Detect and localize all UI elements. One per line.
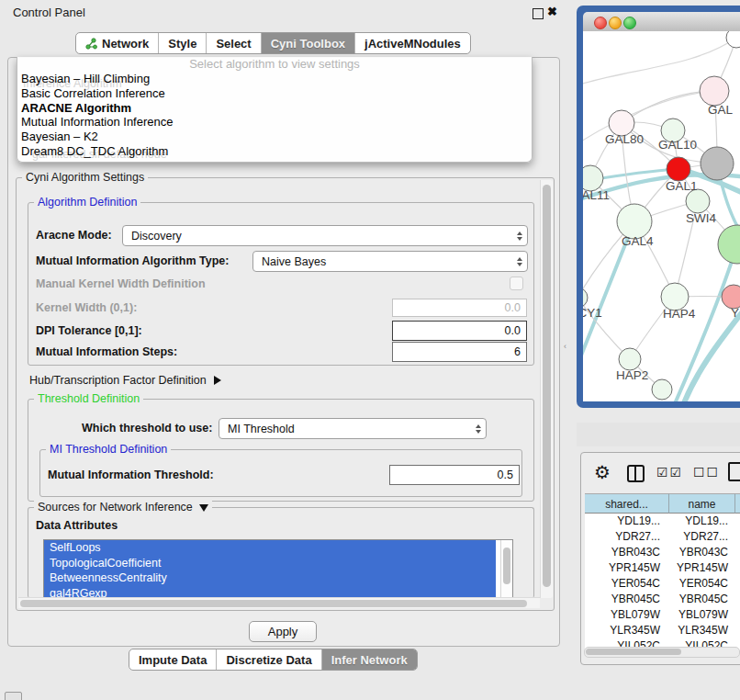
close-traffic-light-icon[interactable] (594, 17, 607, 29)
scrollbar-thumb[interactable] (20, 600, 527, 607)
splitter-handle[interactable]: ‹ (564, 342, 566, 351)
network-node[interactable] (726, 31, 740, 48)
settings-vertical-scrollbar[interactable] (540, 180, 553, 598)
algorithm-option[interactable]: ARACNE Algorithm (17, 101, 532, 116)
minimized-panel-button[interactable] (5, 692, 22, 700)
table-cell: YDL19... (669, 514, 735, 529)
tab-network[interactable]: Network (76, 33, 159, 53)
tab-select[interactable]: Select (207, 33, 261, 53)
table-cell: 9. (735, 623, 740, 638)
mi-type-value: Naive Bayes (262, 255, 326, 268)
scrollbar-thumb[interactable] (543, 185, 551, 587)
deselect-all-icon[interactable]: ☐☐ (693, 465, 720, 480)
threshold-definition-group: Threshold Definition Which threshold to … (28, 399, 534, 502)
scrollbar-thumb[interactable] (503, 548, 510, 584)
mi-threshold-field[interactable]: 0.5 (389, 465, 520, 485)
network-node-label: GAL (708, 103, 734, 117)
table-row[interactable]: YER054CYER054C8. (585, 576, 740, 592)
table-row[interactable]: YDR27...YDR27...12 (585, 529, 740, 545)
data-attribute-item[interactable]: SelfLoops (44, 540, 496, 556)
network-graph[interactable]: GALGAL80GAL10GAL1GAL11SWI4GAL4GCY1HAP4YH… (583, 31, 740, 401)
algorithm-option[interactable]: Mutual Information Inference (17, 115, 532, 130)
table-row[interactable]: YBL079WYBL079W (585, 607, 740, 623)
minimize-traffic-light-icon[interactable] (609, 17, 622, 29)
algorithm-option[interactable]: Bayesian – Hill Climbing (17, 72, 532, 86)
sources-group-title: Sources for Network Inference (34, 501, 212, 514)
network-node-hap2[interactable] (619, 348, 641, 370)
table-row[interactable]: YLR345WYLR345W9. (585, 623, 740, 638)
tab-style[interactable]: Style (159, 33, 207, 53)
network-node-gcy1[interactable] (583, 288, 588, 308)
network-node[interactable] (652, 379, 672, 400)
table-row[interactable]: YPR145WYPR145W9. (585, 560, 740, 576)
data-attributes-list[interactable]: SelfLoopsTopologicalCoefficientBetweenne… (43, 539, 513, 602)
table-row[interactable]: YDL19...YDL19...13 (585, 514, 740, 529)
table-cell: YPR145W (669, 560, 735, 576)
kernel-width-label: Kernel Width (0,1): (36, 301, 137, 314)
tab-discretize-data[interactable]: Discretize Data (217, 649, 321, 670)
table-cell: 13 (735, 514, 740, 529)
table-cell: 12 (735, 529, 740, 545)
kernel-width-field: 0.0 (392, 299, 527, 317)
table-cell: YER054C (669, 576, 735, 592)
table-cell: YBL079W (669, 607, 735, 623)
table-body: YDL19...YDL19...13YDR27...YDR27...12YBR0… (585, 514, 740, 654)
apply-button[interactable]: Apply (249, 621, 317, 642)
dpi-tolerance-field[interactable]: 0.0 (392, 321, 527, 341)
table-row[interactable]: YBR045CYBR045C9. (585, 592, 740, 607)
tab-jactivemnodules[interactable]: jActiveMNodules (355, 33, 470, 53)
network-node-gal1[interactable] (667, 157, 690, 181)
network-node-label: GAL11 (583, 188, 610, 202)
data-attributes-label: Data Attributes (36, 519, 118, 532)
tab-impute-data[interactable]: Impute Data (129, 649, 217, 670)
dpi-tolerance-label: DPI Tolerance [0,1]: (36, 324, 142, 337)
scrollbar-thumb[interactable] (586, 649, 681, 655)
network-graph-icon (85, 38, 97, 50)
network-node-label: GCY1 (583, 306, 602, 320)
data-attribute-item[interactable]: TopologicalCoefficient (44, 556, 496, 571)
mi-algorithm-type-select[interactable]: Naive Bayes (252, 251, 528, 272)
mi-threshold-label: Mutual Information Threshold: (48, 469, 214, 481)
select-all-checked-icon[interactable]: ☑☑ (656, 465, 683, 480)
aracne-mode-label: Aracne Mode: (36, 229, 112, 242)
close-window-icon[interactable]: ✖ (547, 5, 557, 18)
zoom-traffic-light-icon[interactable] (623, 17, 636, 29)
algorithm-option[interactable]: Bayesian – K2 (17, 130, 532, 144)
settings-horizontal-scrollbar[interactable] (18, 597, 540, 608)
aracne-mode-select[interactable]: Discovery (122, 225, 528, 246)
table-horizontal-scrollbar[interactable] (584, 647, 740, 658)
table-panel-window: ⚙ ☑☑ ☐☐ shared... name YDL19...YDL19...1… (580, 452, 740, 665)
table-row[interactable]: YBR043CYBR043C (585, 545, 740, 560)
mi-steps-label: Mutual Information Steps: (36, 345, 177, 358)
column-header-name[interactable]: name (669, 493, 735, 514)
column-header-shared-name[interactable]: shared... (585, 493, 669, 514)
cyni-algorithm-settings-group: Cyni Algorithm Settings Algorithm Defini… (16, 177, 555, 611)
tab-infer-network[interactable]: Infer Network (322, 649, 417, 670)
control-panel-titlebar: Control Panel ✖ (0, 0, 562, 24)
algorithm-option[interactable]: Dream8 DC_TDC Algorithm (17, 144, 532, 159)
network-node[interactable] (701, 147, 734, 180)
algorithm-list: Bayesian – Hill ClimbingBasic Correlatio… (17, 72, 532, 159)
table-cell: YDL19... (585, 514, 669, 529)
network-canvas[interactable]: GALGAL80GAL10GAL1GAL11SWI4GAL4GCY1HAP4YH… (583, 31, 740, 401)
network-window-titlebar[interactable] (583, 12, 740, 32)
mi-steps-field[interactable]: 6 (392, 342, 527, 362)
columns-icon[interactable] (627, 465, 645, 482)
stepper-icon (476, 424, 481, 434)
network-node[interactable] (718, 225, 740, 264)
tab-cyni-toolbox[interactable]: Cyni Toolbox (262, 33, 355, 53)
table-cell: 9. (735, 592, 740, 607)
which-threshold-select[interactable]: MI Threshold (219, 418, 487, 439)
list-vertical-scrollbar[interactable] (500, 540, 512, 599)
table-cell (735, 607, 740, 623)
threshold-definition-title: Threshold Definition (34, 392, 143, 405)
restore-window-icon[interactable] (533, 8, 544, 19)
manual-kernel-width-checkbox (510, 277, 523, 290)
network-node-gal[interactable] (700, 76, 729, 106)
column-header-partial[interactable] (735, 493, 740, 514)
hub-definition-toggle[interactable]: Hub/Transcription Factor Definition (29, 371, 221, 388)
algorithm-option[interactable]: Basic Correlation Inference (17, 86, 532, 101)
gear-icon[interactable]: ⚙ (594, 461, 611, 483)
document-icon[interactable] (728, 462, 740, 481)
data-attribute-item[interactable]: BetweennessCentrality (44, 570, 496, 586)
